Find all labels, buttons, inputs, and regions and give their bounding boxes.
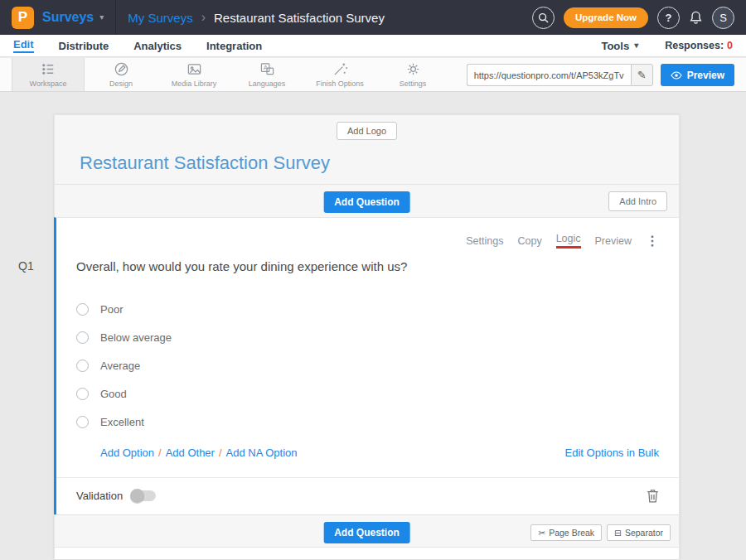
page-break-button[interactable]: ✂ Page Break (530, 524, 602, 541)
option-good[interactable]: Good (76, 388, 659, 400)
delete-question-button[interactable] (647, 489, 659, 503)
chevron-down-icon: ▾ (99, 13, 104, 22)
search-icon (538, 12, 549, 23)
breadcrumb: My Surveys › Restaurant Satisfaction Sur… (128, 10, 385, 25)
upgrade-now-button[interactable]: Upgrade Now (564, 7, 648, 28)
add-na-option-link[interactable]: Add NA Option (226, 447, 298, 459)
radio-icon[interactable] (76, 303, 89, 316)
toolbar-languages[interactable]: A Languages (230, 58, 303, 91)
nav-right: Tools ▾ Responses:0 (601, 40, 733, 52)
validation-row: Validation (56, 477, 679, 514)
add-logo-button[interactable]: Add Logo (337, 122, 397, 140)
workspace-icon (41, 61, 56, 77)
option-label: Below average (100, 331, 172, 344)
separator-label: Separator (625, 528, 663, 538)
tab-integration[interactable]: Integration (206, 40, 262, 52)
trash-icon (647, 489, 659, 503)
add-question-row-bottom: Add Question ✂ Page Break ⊟ Separator (54, 514, 680, 548)
surveys-product-menu[interactable]: Surveys ▾ (42, 10, 104, 25)
toggle-knob (130, 489, 144, 503)
separator-button[interactable]: ⊟ Separator (607, 524, 671, 541)
option-excellent[interactable]: Excellent (76, 416, 659, 428)
bell-icon (689, 10, 703, 25)
question-copy-link[interactable]: Copy (517, 235, 541, 247)
option-links-row: Add Option/Add Other/Add NA Option Edit … (100, 447, 659, 459)
toolbar-finish-options[interactable]: Finish Options (303, 58, 376, 91)
radio-icon[interactable] (76, 331, 89, 344)
pencil-icon: ✎ (637, 69, 647, 81)
add-intro-button[interactable]: Add Intro (608, 191, 667, 211)
validation-toggle[interactable] (131, 490, 156, 501)
option-average[interactable]: Average (76, 360, 659, 372)
eye-icon (671, 71, 682, 80)
edit-url-button[interactable]: ✎ (631, 64, 653, 86)
question-logic-link[interactable]: Logic (556, 233, 581, 249)
survey-card: Add Logo Restaurant Satisfaction Survey … (54, 114, 680, 559)
page-break-label: Page Break (549, 528, 594, 538)
toolbar-design-label: Design (109, 80, 133, 88)
responses-counter[interactable]: Responses:0 (665, 40, 733, 51)
question-preview-link[interactable]: Preview (595, 235, 632, 247)
toolbar-languages-label: Languages (249, 80, 286, 88)
toolbar-settings[interactable]: Settings (376, 58, 449, 91)
toolbar-media-library-label: Media Library (172, 80, 217, 88)
avatar[interactable]: S (712, 7, 734, 29)
survey-title[interactable]: Restaurant Satisfaction Survey (80, 152, 679, 174)
question-settings-link[interactable]: Settings (466, 235, 503, 247)
option-label: Good (100, 388, 127, 400)
responses-count: 0 (727, 40, 733, 51)
toolbar-design[interactable]: Design (85, 58, 157, 91)
radio-icon[interactable] (76, 360, 89, 372)
breadcrumb-chevron-icon: › (201, 10, 206, 25)
preview-button[interactable]: Preview (661, 64, 734, 86)
more-options-icon[interactable]: ⋮ (646, 233, 659, 249)
media-library-icon (186, 61, 202, 77)
option-label: Excellent (100, 416, 144, 428)
languages-icon: A (259, 61, 275, 77)
option-poor[interactable]: Poor (76, 303, 659, 316)
radio-icon[interactable] (76, 388, 89, 400)
preview-label: Preview (687, 70, 724, 81)
question-text[interactable]: Overall, how would you rate your dining … (76, 259, 659, 273)
survey-header-section: Add Logo Restaurant Satisfaction Survey (54, 114, 680, 184)
toolbar-workspace[interactable]: Workspace (12, 58, 85, 91)
finish-options-icon (332, 61, 348, 77)
design-icon (114, 61, 129, 77)
option-below-average[interactable]: Below average (76, 331, 659, 344)
page-break-icon: ✂ (538, 528, 545, 538)
breadcrumb-my-surveys[interactable]: My Surveys (128, 11, 192, 25)
survey-url-input[interactable] (467, 64, 631, 86)
header-actions: Upgrade Now ? S (532, 7, 734, 29)
tab-edit[interactable]: Edit (13, 38, 34, 53)
add-question-row-top: Add Question Add Intro (54, 184, 680, 217)
question-actions: Settings Copy Logic Preview ⋮ (76, 233, 659, 249)
notifications-button[interactable] (689, 10, 703, 25)
tab-distribute[interactable]: Distribute (59, 40, 109, 52)
questionpro-logo[interactable]: P (12, 7, 34, 29)
breadcrumb-current-survey: Restaurant Satisfaction Survey (214, 11, 385, 25)
top-header: P Surveys ▾ My Surveys › Restaurant Sati… (0, 0, 746, 35)
radio-icon[interactable] (76, 416, 89, 428)
add-question-button-top[interactable]: Add Question (323, 191, 410, 213)
next-question-block-edge (54, 548, 680, 559)
validation-label: Validation (76, 490, 123, 502)
toolbar-media-library[interactable]: Media Library (157, 58, 230, 91)
responses-label: Responses: (665, 40, 724, 51)
add-other-link[interactable]: Add Other (166, 447, 215, 459)
chevron-down-icon: ▾ (634, 41, 638, 50)
add-question-button-bottom[interactable]: Add Question (323, 522, 410, 543)
option-label: Poor (100, 303, 123, 316)
add-option-links: Add Option/Add Other/Add NA Option (100, 447, 298, 459)
toolbar-workspace-label: Workspace (30, 80, 67, 88)
search-button[interactable] (532, 7, 555, 29)
tools-label: Tools (601, 40, 629, 52)
survey-url-group: ✎ Preview (467, 64, 734, 86)
surveys-product-label: Surveys (42, 10, 94, 25)
help-button[interactable]: ? (657, 7, 680, 29)
edit-options-in-bulk-link[interactable]: Edit Options in Bulk (565, 447, 659, 459)
question-block: Q1 Settings Copy Logic Preview ⋮ Overall… (54, 217, 680, 514)
tab-analytics[interactable]: Analytics (133, 40, 182, 52)
tools-menu[interactable]: Tools ▾ (601, 40, 638, 52)
add-option-link[interactable]: Add Option (100, 447, 154, 459)
option-label: Average (100, 360, 140, 372)
